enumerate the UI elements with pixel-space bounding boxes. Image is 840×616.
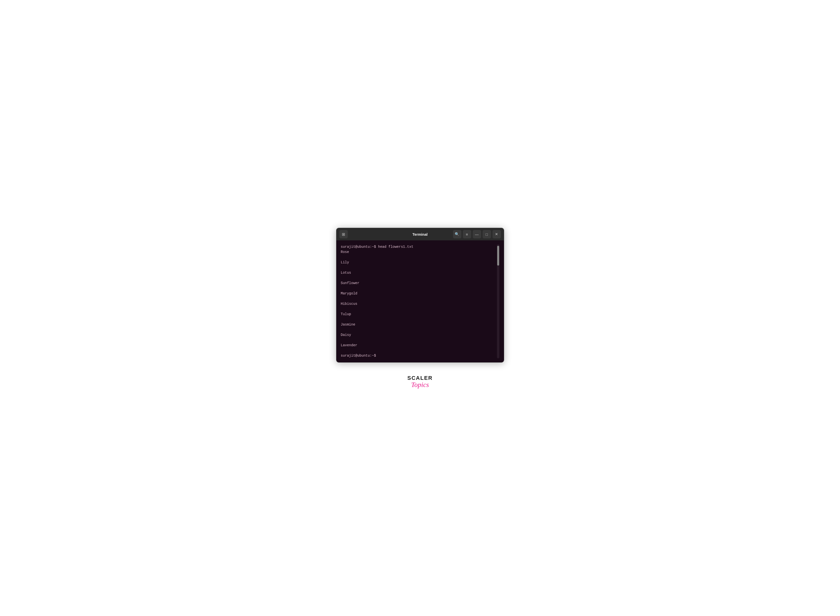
new-tab-button[interactable]: ⊞ [339,230,348,238]
scrollbar[interactable] [497,244,499,358]
list-item: Jasmine [341,322,497,327]
minimize-icon: — [475,232,479,236]
maximize-button[interactable]: □ [483,230,491,238]
menu-icon: ≡ [466,232,468,236]
list-item: Hibiscus [341,301,497,307]
terminal-body[interactable]: surajit@ubuntu:~$ head flowers1.txt Rose… [336,241,504,362]
list-item: Rose [341,249,497,255]
close-icon: ✕ [495,232,498,236]
maximize-icon: □ [485,232,488,236]
topics-logo-text: Topics [411,381,429,388]
terminal-window: ⊞ Terminal 🔍 ≡ — □ ✕ surajit@ubuntu:~$ h… [336,228,504,362]
search-icon: 🔍 [455,232,459,236]
title-bar-right: 🔍 ≡ — □ ✕ [453,230,501,238]
list-item: Lily [341,260,497,265]
menu-button[interactable]: ≡ [463,230,471,238]
title-bar: ⊞ Terminal 🔍 ≡ — □ ✕ [336,228,504,241]
list-item: Lavender [341,343,497,348]
title-bar-left: ⊞ [339,230,348,238]
search-button[interactable]: 🔍 [453,230,461,238]
window-title: Terminal [412,232,428,236]
scaler-logo-text: SCALER [407,375,433,381]
new-tab-icon: ⊞ [342,232,345,237]
terminal-content: surajit@ubuntu:~$ head flowers1.txt Rose… [341,244,497,358]
command-prompt-2: surajit@ubuntu:~$ [341,353,376,358]
list-item: Daisy [341,333,497,337]
minimize-button[interactable]: — [473,230,481,238]
command-prompt-1: surajit@ubuntu:~$ head flowers1.txt [341,245,413,249]
close-button[interactable]: ✕ [493,230,501,238]
list-item: Sunflower [341,281,497,286]
logo-section: SCALER Topics [407,375,433,388]
output-lines: RoseLilyLotusSunflowerMarygoldHibiscusTu… [341,249,497,348]
list-item: Lotus [341,270,497,276]
scrollbar-thumb [497,246,499,265]
list-item: Tulup [341,312,497,317]
list-item: Marygold [341,291,497,296]
